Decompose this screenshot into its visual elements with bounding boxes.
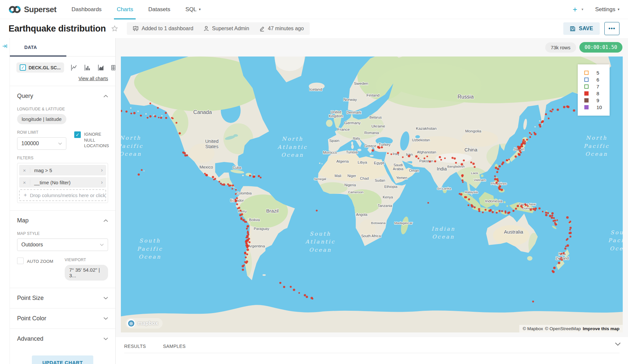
country-label: Uzbekistan [412,138,430,142]
nav-item-datasets[interactable]: Datasets [148,0,170,19]
section-point-size[interactable]: Point Size [10,288,115,308]
filters-box: ×mag > 5›×__time (No filter)› + Drop col… [17,163,108,203]
checkbox-checked-icon: ✓ [20,64,26,71]
mapbox-attribution-link[interactable]: © Mapbox [523,326,543,331]
legend-item[interactable]: 9 [584,98,603,103]
legend-swatch-icon [584,91,589,96]
more-options-button[interactable]: ••• [604,22,619,35]
filter-drop-zone[interactable]: + Drop columns/metrics here or click [19,189,106,201]
save-disk-icon [570,26,575,32]
country-label: Mongolia [465,129,481,133]
country-label: Pakistan [419,159,433,163]
nav-item-charts[interactable]: Charts [117,0,133,19]
query-section-header[interactable]: Query [17,91,108,101]
ignore-null-checkbox[interactable]: ✓ [74,131,81,138]
country-label: Finland [367,93,380,98]
filter-chip[interactable]: ×__time (No filter)› [19,177,106,188]
remove-filter-icon[interactable]: × [19,168,30,173]
map-style-select[interactable]: Outdoors [17,239,108,251]
section-point-color[interactable]: Point Color [10,308,115,329]
collapse-panel-icon[interactable] [2,43,8,364]
nav-item-dashboards[interactable]: Dashboards [72,0,102,19]
country-label: Ethiopia [384,185,398,189]
chevron-down-icon [100,243,104,246]
filter-chip[interactable]: ×mag > 5› [19,165,106,175]
area-chart-icon[interactable] [97,64,104,71]
viewport-chip[interactable]: 7° 35' 54.02" | 3... [65,265,108,281]
auto-zoom-checkbox[interactable] [17,258,24,264]
ignore-null-label: IGNORE NULL LOCATIONS [84,131,109,150]
map-section-header[interactable]: Map [17,216,108,225]
country-label: Morocco [323,150,337,154]
map-style-label: MAP STYLE [17,231,108,236]
magnitude-legend: 5678910 [578,64,610,116]
country-label: Turkey [379,142,391,147]
new-item-button[interactable]: +▾ [572,5,583,14]
meta-pencil[interactable]: 47 minutes ago [259,26,304,32]
country-label: Sri Lanka [437,187,451,190]
chevron-up-icon [103,95,108,98]
improve-map-link[interactable]: Improve this map [583,326,619,331]
row-limit-select[interactable]: 100000 [17,137,66,150]
line-chart-icon[interactable] [70,64,78,71]
country-label: Chad [360,176,369,180]
nav-item-sql[interactable]: SQL▾ [186,0,201,19]
chart-canvas-area: 73k rows 00:00:01.50 [116,38,628,364]
remove-filter-icon[interactable]: × [19,180,30,185]
collapse-results-chevron-icon[interactable] [615,342,621,346]
country-label: Bolivia [249,218,260,222]
view-all-charts-link[interactable]: View all charts [10,74,115,86]
mapbox-logo-icon: ◎ [127,319,135,328]
country-label: Sweden [354,81,368,86]
user-icon [203,26,209,32]
plus-icon: + [24,192,27,198]
meta-user[interactable]: Superset Admin [203,26,249,32]
save-button[interactable]: SAVE [563,22,600,35]
update-chart-button[interactable]: UPDATE CHART [32,355,93,364]
country-label: Indonesia [485,199,503,203]
status-bar: 73k rows 00:00:01.50 [116,38,628,57]
superset-logo[interactable]: Superset [9,5,56,14]
viz-type-selected-chip[interactable]: ✓ DECK.GL SC... [16,62,64,73]
country-label: Nigeria [344,183,356,187]
meta-dashboard[interactable]: Added to 1 dashboard [133,26,193,32]
country-label: Algeria [336,159,349,164]
favorite-star-icon[interactable] [111,25,118,32]
filter-rows: ×mag > 5›×__time (No filter)› [19,165,106,188]
dashboard-icon [133,26,139,32]
legend-item[interactable]: 8 [584,91,603,96]
country-label: Tanzania [378,204,392,208]
world-map[interactable]: NorthPacificOceanNorthAtlanticOceanNorth… [121,57,623,332]
chevron-right-icon: › [101,167,103,173]
country-label: Egypt [374,161,384,165]
country-label: Iceland [309,87,322,92]
map-container[interactable]: NorthPacificOceanNorthAtlanticOceanNorth… [121,57,623,332]
chevron-down-icon: ▾ [582,7,584,11]
chevron-down-icon [58,142,62,145]
tab-results[interactable]: RESULTS [124,337,146,353]
country-label: Malaysia [465,190,478,194]
data-panel: DATA ✓ DECK.GL SC... 4k View all charts [10,38,116,364]
country-label: Paraguay [254,227,269,231]
auto-zoom-label: AUTO ZOOM [27,258,53,281]
country-label: Yemen [396,176,407,180]
legend-item[interactable]: 7 [584,84,603,89]
settings-menu[interactable]: Settings▾ [595,6,619,13]
mapbox-logo[interactable]: ◎ mapbox [125,318,163,329]
chevron-right-icon: › [101,179,103,186]
legend-item[interactable]: 10 [584,104,603,110]
legend-item[interactable]: 5 [584,70,603,76]
osm-attribution-link[interactable]: © OpenStreetMap [545,326,581,331]
legend-item[interactable]: 6 [584,77,603,82]
lon-lat-label: LONGITUDE & LATITUDE [17,107,108,111]
country-label: Colombia [236,191,252,195]
country-label: Ukraine [371,124,385,128]
tab-samples[interactable]: SAMPLES [163,337,186,353]
section-advanced[interactable]: Advanced [10,329,115,349]
tab-data[interactable]: DATA [24,45,37,50]
table-icon[interactable] [111,64,116,71]
bar-chart-icon[interactable] [84,64,91,71]
pencil-icon [259,26,265,32]
lon-lat-chip[interactable]: longitude | latitude [17,114,66,124]
ocean-label: NorthAtlanticOcean [277,136,308,158]
